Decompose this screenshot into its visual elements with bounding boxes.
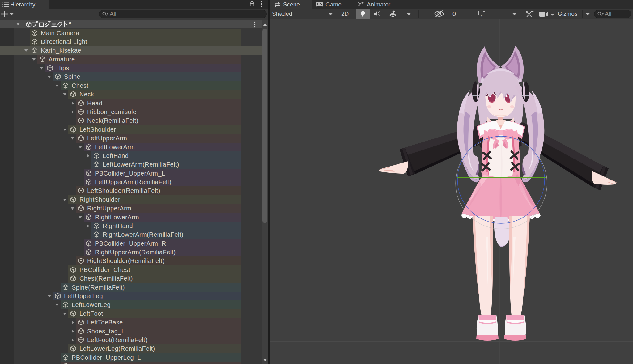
svg-text:*: * — [69, 21, 71, 27]
svg-text:Y: Y — [481, 14, 483, 18]
